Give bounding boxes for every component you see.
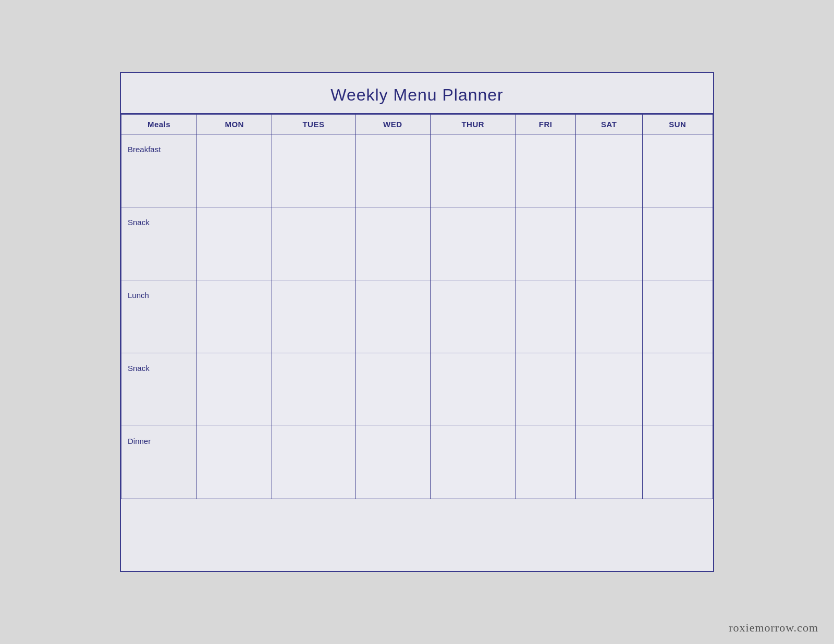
meal-cell-3-6[interactable] bbox=[642, 353, 713, 426]
header-sun: SUN bbox=[642, 115, 713, 134]
meal-label-lunch-2: Lunch bbox=[121, 280, 197, 353]
meal-label-snack-1: Snack bbox=[121, 207, 197, 280]
meal-row: Lunch bbox=[121, 280, 713, 353]
header-thur: THUR bbox=[430, 115, 516, 134]
planner-container: Weekly Menu Planner Meals MON TUES WED T… bbox=[120, 72, 714, 572]
meal-cell-2-6[interactable] bbox=[642, 280, 713, 353]
meal-cell-3-0[interactable] bbox=[197, 353, 272, 426]
meal-cell-4-6[interactable] bbox=[642, 426, 713, 499]
meal-cell-0-4[interactable] bbox=[516, 134, 575, 207]
meal-cell-3-5[interactable] bbox=[575, 353, 642, 426]
meal-cell-0-5[interactable] bbox=[575, 134, 642, 207]
meal-cell-1-0[interactable] bbox=[197, 207, 272, 280]
planner-title: Weekly Menu Planner bbox=[330, 85, 503, 104]
meal-cell-1-1[interactable] bbox=[272, 207, 355, 280]
meal-cell-1-2[interactable] bbox=[355, 207, 430, 280]
meal-cell-4-5[interactable] bbox=[575, 426, 642, 499]
meal-cell-3-1[interactable] bbox=[272, 353, 355, 426]
meal-cell-1-4[interactable] bbox=[516, 207, 575, 280]
meal-cell-1-5[interactable] bbox=[575, 207, 642, 280]
meal-cell-3-2[interactable] bbox=[355, 353, 430, 426]
meal-label-dinner-4: Dinner bbox=[121, 426, 197, 499]
header-row: Meals MON TUES WED THUR FRI SAT SUN bbox=[121, 115, 713, 134]
meal-cell-2-4[interactable] bbox=[516, 280, 575, 353]
meal-label-breakfast-0: Breakfast bbox=[121, 134, 197, 207]
header-tues: TUES bbox=[272, 115, 355, 134]
meal-row: Snack bbox=[121, 207, 713, 280]
meal-cell-1-3[interactable] bbox=[430, 207, 516, 280]
meal-cell-1-6[interactable] bbox=[642, 207, 713, 280]
meal-cell-2-0[interactable] bbox=[197, 280, 272, 353]
meal-cell-2-5[interactable] bbox=[575, 280, 642, 353]
watermark: roxiemorrow.com bbox=[729, 621, 818, 635]
meal-cell-2-2[interactable] bbox=[355, 280, 430, 353]
meal-cell-4-1[interactable] bbox=[272, 426, 355, 499]
meal-cell-0-3[interactable] bbox=[430, 134, 516, 207]
meal-row: Breakfast bbox=[121, 134, 713, 207]
meal-cell-3-3[interactable] bbox=[430, 353, 516, 426]
planner-table: Meals MON TUES WED THUR FRI SAT SUN Brea… bbox=[121, 114, 713, 499]
header-fri: FRI bbox=[516, 115, 575, 134]
meals-header: Meals bbox=[121, 115, 197, 134]
planner-title-row: Weekly Menu Planner bbox=[121, 73, 713, 114]
meal-cell-4-3[interactable] bbox=[430, 426, 516, 499]
meal-cell-0-2[interactable] bbox=[355, 134, 430, 207]
meal-cell-3-4[interactable] bbox=[516, 353, 575, 426]
meal-cell-2-3[interactable] bbox=[430, 280, 516, 353]
planner-body: BreakfastSnackLunchSnackDinner bbox=[121, 134, 713, 499]
meal-cell-4-2[interactable] bbox=[355, 426, 430, 499]
header-wed: WED bbox=[355, 115, 430, 134]
meal-label-snack-3: Snack bbox=[121, 353, 197, 426]
meal-cell-0-0[interactable] bbox=[197, 134, 272, 207]
header-sat: SAT bbox=[575, 115, 642, 134]
meal-cell-2-1[interactable] bbox=[272, 280, 355, 353]
meal-cell-0-1[interactable] bbox=[272, 134, 355, 207]
meal-row: Dinner bbox=[121, 426, 713, 499]
header-mon: MON bbox=[197, 115, 272, 134]
meal-cell-4-4[interactable] bbox=[516, 426, 575, 499]
meal-row: Snack bbox=[121, 353, 713, 426]
meal-cell-4-0[interactable] bbox=[197, 426, 272, 499]
meal-cell-0-6[interactable] bbox=[642, 134, 713, 207]
